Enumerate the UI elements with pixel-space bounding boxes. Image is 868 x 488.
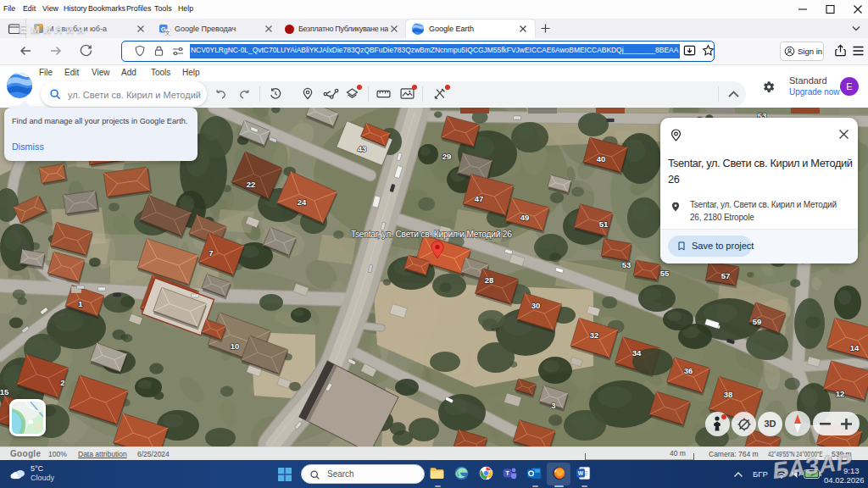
svg-text:Tsentar, ул. Свети св. Кирил и: Tsentar, ул. Свети св. Кирил и Методий 2…: [351, 230, 512, 239]
svg-text:1: 1: [78, 299, 83, 308]
svg-text:53: 53: [622, 260, 632, 269]
svg-text:40: 40: [597, 154, 606, 164]
svg-text:49: 49: [520, 213, 530, 222]
svg-text:59: 59: [753, 317, 762, 326]
svg-text:55: 55: [660, 269, 670, 278]
svg-text:47: 47: [475, 194, 484, 203]
svg-text:51: 51: [599, 219, 609, 229]
svg-text:36: 36: [684, 366, 693, 375]
svg-text:10: 10: [231, 341, 240, 351]
svg-text:22: 22: [247, 180, 256, 189]
svg-text:38: 38: [724, 390, 733, 399]
svg-text:12: 12: [836, 389, 845, 398]
svg-text:30: 30: [531, 301, 541, 310]
svg-text:29: 29: [442, 152, 452, 161]
svg-text:43: 43: [358, 144, 367, 153]
svg-text:2: 2: [60, 378, 64, 387]
svg-text:15: 15: [0, 387, 9, 396]
svg-text:W: W: [578, 470, 584, 476]
svg-text:57: 57: [721, 271, 731, 280]
svg-text:24: 24: [298, 197, 307, 207]
svg-text:28: 28: [485, 275, 494, 285]
svg-text:文: 文: [164, 30, 170, 36]
svg-text:34: 34: [632, 348, 642, 358]
svg-text:14: 14: [850, 343, 860, 352]
svg-text:3: 3: [551, 401, 555, 410]
svg-text:T: T: [506, 470, 510, 477]
svg-text:7: 7: [209, 248, 213, 258]
svg-text:32: 32: [590, 330, 599, 340]
